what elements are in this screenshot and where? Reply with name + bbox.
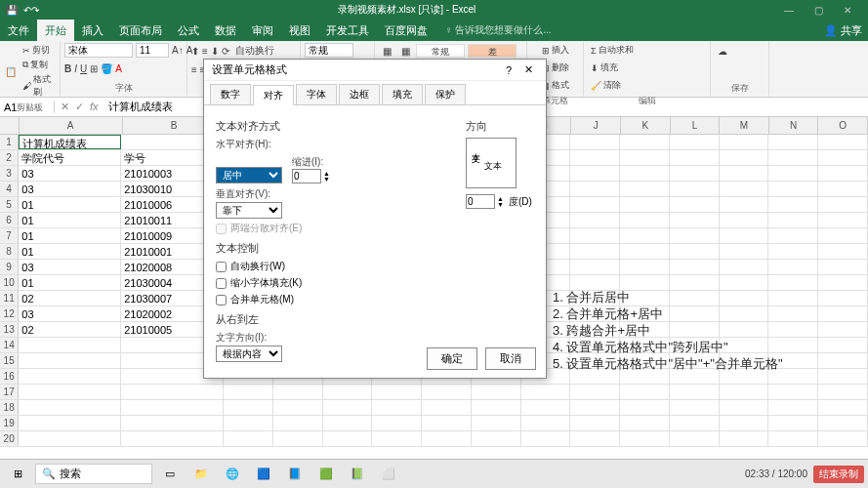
cell[interactable] [372,416,422,430]
row-header[interactable]: 20 [0,431,19,446]
cell[interactable] [323,416,373,430]
col-o[interactable]: O [818,117,868,134]
select-all-corner[interactable] [0,117,20,134]
halign-select[interactable]: 居中 [216,167,282,183]
app-icon[interactable]: 🟦 [250,464,277,485]
dlgtab-protect[interactable]: 保护 [425,84,466,104]
cell[interactable] [224,416,273,430]
edge-icon[interactable]: 🌐 [219,464,246,485]
cell[interactable] [570,244,620,259]
cell[interactable] [570,197,620,212]
row-header[interactable]: 17 [0,385,19,399]
cell[interactable] [670,150,720,165]
cell[interactable] [768,275,818,290]
style-bad[interactable]: 差 [468,44,517,58]
baidu-save-icon[interactable]: ☁ [715,43,730,59]
table-format-icon[interactable]: ▦ [397,43,413,59]
cell[interactable] [670,228,720,243]
number-format-select[interactable] [305,43,353,58]
clear-button[interactable]: 🧹 清除 [588,78,624,93]
indent-input[interactable] [292,169,321,183]
cell[interactable] [818,431,868,446]
cell[interactable] [818,385,868,399]
cell[interactable]: 01 [19,197,121,212]
excel-icon[interactable]: 📗 [344,464,371,485]
cell[interactable] [570,385,620,399]
col-l[interactable]: L [671,117,721,134]
cell[interactable]: 01 [19,275,121,290]
cell[interactable] [720,244,769,259]
cell[interactable] [121,400,224,415]
word-icon[interactable]: 📘 [281,464,309,485]
cell[interactable]: 03 [19,182,121,196]
row-header[interactable]: 3 [0,166,19,181]
cell[interactable]: 02 [19,291,121,305]
cell[interactable] [620,431,670,446]
cell[interactable] [670,385,720,399]
cell[interactable] [818,400,868,415]
cell[interactable] [323,400,373,415]
cell[interactable] [720,260,769,274]
border-icon[interactable]: ⊞ [90,63,98,74]
cell[interactable] [570,400,620,415]
cell[interactable] [818,322,868,337]
cell[interactable] [720,166,769,181]
cell[interactable] [121,416,224,430]
cell[interactable] [818,260,868,274]
merge-checkbox[interactable] [216,295,227,305]
cell[interactable] [768,213,818,227]
cell[interactable] [768,150,818,165]
menu-dev[interactable]: 开发工具 [318,20,377,41]
cell[interactable] [273,400,323,415]
row-header[interactable]: 18 [0,400,19,415]
cell[interactable] [768,244,818,259]
cell[interactable] [670,182,720,196]
cell[interactable] [720,385,769,399]
cell[interactable] [372,385,422,399]
cell[interactable] [472,431,521,446]
cell[interactable] [670,416,720,430]
cell[interactable] [620,244,670,259]
cell[interactable] [620,416,670,430]
orientation-icon[interactable]: ⟳ [222,46,229,57]
cell[interactable] [422,431,472,446]
format-painter-button[interactable]: 🖌 格式刷 [20,72,56,100]
row-header[interactable]: 13 [0,322,19,337]
align-mid-icon[interactable]: ≡ [202,46,208,57]
cell[interactable] [818,213,868,227]
shrink-checkbox[interactable] [216,278,227,289]
app3-icon[interactable]: ⬜ [375,464,402,485]
row-header[interactable]: 8 [0,244,19,259]
cell[interactable] [818,197,868,212]
menu-baidu[interactable]: 百度网盘 [377,20,435,41]
cell[interactable] [818,150,868,165]
cell[interactable] [670,244,720,259]
cell[interactable] [620,275,670,290]
row-header[interactable]: 4 [0,182,19,196]
cell[interactable] [570,260,620,274]
row-header[interactable]: 16 [0,369,19,384]
menu-review[interactable]: 审阅 [244,20,281,41]
cell[interactable] [720,150,769,165]
cell[interactable] [818,416,868,430]
cell[interactable] [768,166,818,181]
wrap-checkbox[interactable] [216,262,227,272]
cell[interactable] [620,260,670,274]
cell[interactable] [19,338,121,352]
align-top-icon[interactable]: ⬆ [191,46,199,57]
align-bot-icon[interactable]: ⬇ [211,46,219,57]
justify-checkbox[interactable] [216,224,227,234]
cut-button[interactable]: ✂ 剪切 [20,43,56,58]
wrap-button[interactable]: 自动换行 [232,43,277,59]
cell[interactable] [818,338,868,352]
cell[interactable] [121,431,224,446]
cell[interactable] [818,353,868,368]
cell[interactable] [620,400,670,415]
cell[interactable] [372,400,422,415]
cell[interactable]: 02 [19,322,121,337]
deg-down-icon[interactable]: ▼ [497,202,504,208]
row-header[interactable]: 12 [0,306,19,321]
row-header[interactable]: 7 [0,228,19,243]
autosum-button[interactable]: Σ 自动求和 [588,43,637,58]
cell[interactable] [19,369,121,384]
